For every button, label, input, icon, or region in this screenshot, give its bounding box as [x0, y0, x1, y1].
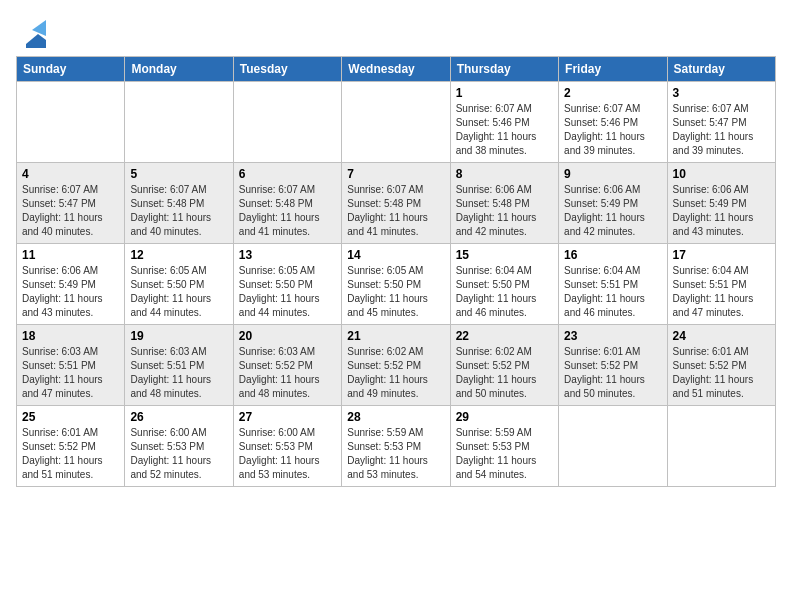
day-info: Sunrise: 6:07 AM Sunset: 5:48 PM Dayligh… — [130, 183, 227, 239]
calendar-cell — [17, 82, 125, 163]
day-info: Sunrise: 6:00 AM Sunset: 5:53 PM Dayligh… — [239, 426, 336, 482]
week-row-2: 4Sunrise: 6:07 AM Sunset: 5:47 PM Daylig… — [17, 163, 776, 244]
calendar-cell: 9Sunrise: 6:06 AM Sunset: 5:49 PM Daylig… — [559, 163, 667, 244]
calendar-cell: 29Sunrise: 5:59 AM Sunset: 5:53 PM Dayli… — [450, 406, 558, 487]
day-info: Sunrise: 6:05 AM Sunset: 5:50 PM Dayligh… — [239, 264, 336, 320]
day-number: 16 — [564, 248, 661, 262]
logo — [16, 20, 46, 48]
day-number: 27 — [239, 410, 336, 424]
day-number: 7 — [347, 167, 444, 181]
calendar-cell: 25Sunrise: 6:01 AM Sunset: 5:52 PM Dayli… — [17, 406, 125, 487]
svg-marker-0 — [26, 34, 46, 48]
day-number: 26 — [130, 410, 227, 424]
day-info: Sunrise: 6:05 AM Sunset: 5:50 PM Dayligh… — [347, 264, 444, 320]
day-number: 21 — [347, 329, 444, 343]
header-monday: Monday — [125, 57, 233, 82]
calendar-cell: 14Sunrise: 6:05 AM Sunset: 5:50 PM Dayli… — [342, 244, 450, 325]
calendar-cell — [125, 82, 233, 163]
day-info: Sunrise: 6:03 AM Sunset: 5:52 PM Dayligh… — [239, 345, 336, 401]
calendar-cell: 21Sunrise: 6:02 AM Sunset: 5:52 PM Dayli… — [342, 325, 450, 406]
day-info: Sunrise: 6:07 AM Sunset: 5:47 PM Dayligh… — [673, 102, 770, 158]
calendar-header-row: SundayMondayTuesdayWednesdayThursdayFrid… — [17, 57, 776, 82]
day-info: Sunrise: 6:00 AM Sunset: 5:53 PM Dayligh… — [130, 426, 227, 482]
day-info: Sunrise: 6:01 AM Sunset: 5:52 PM Dayligh… — [22, 426, 119, 482]
day-info: Sunrise: 6:04 AM Sunset: 5:50 PM Dayligh… — [456, 264, 553, 320]
day-info: Sunrise: 6:07 AM Sunset: 5:46 PM Dayligh… — [564, 102, 661, 158]
calendar-cell: 18Sunrise: 6:03 AM Sunset: 5:51 PM Dayli… — [17, 325, 125, 406]
calendar-cell: 10Sunrise: 6:06 AM Sunset: 5:49 PM Dayli… — [667, 163, 775, 244]
day-number: 18 — [22, 329, 119, 343]
day-info: Sunrise: 6:01 AM Sunset: 5:52 PM Dayligh… — [564, 345, 661, 401]
calendar-cell: 6Sunrise: 6:07 AM Sunset: 5:48 PM Daylig… — [233, 163, 341, 244]
day-info: Sunrise: 6:03 AM Sunset: 5:51 PM Dayligh… — [22, 345, 119, 401]
calendar-cell: 7Sunrise: 6:07 AM Sunset: 5:48 PM Daylig… — [342, 163, 450, 244]
calendar-cell: 27Sunrise: 6:00 AM Sunset: 5:53 PM Dayli… — [233, 406, 341, 487]
calendar-cell: 24Sunrise: 6:01 AM Sunset: 5:52 PM Dayli… — [667, 325, 775, 406]
day-info: Sunrise: 6:07 AM Sunset: 5:48 PM Dayligh… — [347, 183, 444, 239]
day-number: 1 — [456, 86, 553, 100]
week-row-5: 25Sunrise: 6:01 AM Sunset: 5:52 PM Dayli… — [17, 406, 776, 487]
calendar-cell: 28Sunrise: 5:59 AM Sunset: 5:53 PM Dayli… — [342, 406, 450, 487]
day-info: Sunrise: 6:06 AM Sunset: 5:48 PM Dayligh… — [456, 183, 553, 239]
day-info: Sunrise: 6:07 AM Sunset: 5:48 PM Dayligh… — [239, 183, 336, 239]
calendar-table: SundayMondayTuesdayWednesdayThursdayFrid… — [16, 56, 776, 487]
day-info: Sunrise: 5:59 AM Sunset: 5:53 PM Dayligh… — [456, 426, 553, 482]
calendar-cell: 20Sunrise: 6:03 AM Sunset: 5:52 PM Dayli… — [233, 325, 341, 406]
day-number: 15 — [456, 248, 553, 262]
day-number: 6 — [239, 167, 336, 181]
day-info: Sunrise: 6:05 AM Sunset: 5:50 PM Dayligh… — [130, 264, 227, 320]
calendar-cell: 16Sunrise: 6:04 AM Sunset: 5:51 PM Dayli… — [559, 244, 667, 325]
day-info: Sunrise: 6:07 AM Sunset: 5:47 PM Dayligh… — [22, 183, 119, 239]
week-row-4: 18Sunrise: 6:03 AM Sunset: 5:51 PM Dayli… — [17, 325, 776, 406]
calendar-cell — [233, 82, 341, 163]
header-friday: Friday — [559, 57, 667, 82]
header-thursday: Thursday — [450, 57, 558, 82]
calendar-cell: 3Sunrise: 6:07 AM Sunset: 5:47 PM Daylig… — [667, 82, 775, 163]
day-info: Sunrise: 6:07 AM Sunset: 5:46 PM Dayligh… — [456, 102, 553, 158]
header-saturday: Saturday — [667, 57, 775, 82]
calendar-cell: 22Sunrise: 6:02 AM Sunset: 5:52 PM Dayli… — [450, 325, 558, 406]
day-number: 23 — [564, 329, 661, 343]
day-number: 4 — [22, 167, 119, 181]
day-number: 22 — [456, 329, 553, 343]
day-number: 3 — [673, 86, 770, 100]
calendar-cell — [342, 82, 450, 163]
day-number: 24 — [673, 329, 770, 343]
header-tuesday: Tuesday — [233, 57, 341, 82]
day-info: Sunrise: 6:02 AM Sunset: 5:52 PM Dayligh… — [456, 345, 553, 401]
page-header — [16, 16, 776, 48]
calendar-cell: 5Sunrise: 6:07 AM Sunset: 5:48 PM Daylig… — [125, 163, 233, 244]
day-number: 20 — [239, 329, 336, 343]
day-info: Sunrise: 6:04 AM Sunset: 5:51 PM Dayligh… — [564, 264, 661, 320]
day-info: Sunrise: 5:59 AM Sunset: 5:53 PM Dayligh… — [347, 426, 444, 482]
day-info: Sunrise: 6:03 AM Sunset: 5:51 PM Dayligh… — [130, 345, 227, 401]
calendar-cell: 13Sunrise: 6:05 AM Sunset: 5:50 PM Dayli… — [233, 244, 341, 325]
day-number: 13 — [239, 248, 336, 262]
calendar-cell: 26Sunrise: 6:00 AM Sunset: 5:53 PM Dayli… — [125, 406, 233, 487]
day-number: 5 — [130, 167, 227, 181]
day-info: Sunrise: 6:06 AM Sunset: 5:49 PM Dayligh… — [564, 183, 661, 239]
calendar-cell: 15Sunrise: 6:04 AM Sunset: 5:50 PM Dayli… — [450, 244, 558, 325]
calendar-cell: 17Sunrise: 6:04 AM Sunset: 5:51 PM Dayli… — [667, 244, 775, 325]
header-sunday: Sunday — [17, 57, 125, 82]
day-number: 10 — [673, 167, 770, 181]
day-number: 8 — [456, 167, 553, 181]
week-row-1: 1Sunrise: 6:07 AM Sunset: 5:46 PM Daylig… — [17, 82, 776, 163]
day-number: 29 — [456, 410, 553, 424]
day-info: Sunrise: 6:06 AM Sunset: 5:49 PM Dayligh… — [673, 183, 770, 239]
day-number: 25 — [22, 410, 119, 424]
calendar-cell: 4Sunrise: 6:07 AM Sunset: 5:47 PM Daylig… — [17, 163, 125, 244]
day-number: 12 — [130, 248, 227, 262]
logo-icon — [18, 20, 46, 48]
calendar-cell: 19Sunrise: 6:03 AM Sunset: 5:51 PM Dayli… — [125, 325, 233, 406]
calendar-cell: 23Sunrise: 6:01 AM Sunset: 5:52 PM Dayli… — [559, 325, 667, 406]
day-number: 9 — [564, 167, 661, 181]
calendar-cell — [559, 406, 667, 487]
day-info: Sunrise: 6:02 AM Sunset: 5:52 PM Dayligh… — [347, 345, 444, 401]
calendar-cell: 12Sunrise: 6:05 AM Sunset: 5:50 PM Dayli… — [125, 244, 233, 325]
week-row-3: 11Sunrise: 6:06 AM Sunset: 5:49 PM Dayli… — [17, 244, 776, 325]
day-info: Sunrise: 6:04 AM Sunset: 5:51 PM Dayligh… — [673, 264, 770, 320]
day-number: 2 — [564, 86, 661, 100]
day-number: 17 — [673, 248, 770, 262]
calendar-cell: 11Sunrise: 6:06 AM Sunset: 5:49 PM Dayli… — [17, 244, 125, 325]
